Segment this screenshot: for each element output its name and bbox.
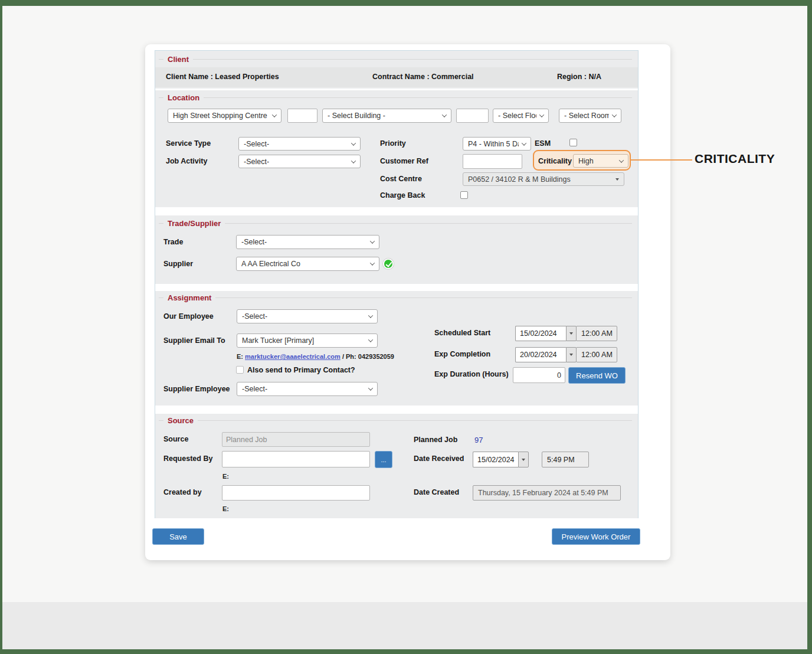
planned-job-number-link[interactable]: 97 bbox=[474, 436, 483, 444]
esm-label: ESM bbox=[535, 139, 551, 148]
frame-border-top bbox=[0, 0, 812, 6]
dropdown-arrow-icon bbox=[615, 178, 619, 181]
priority-label: Priority bbox=[380, 139, 406, 148]
requested-by-input[interactable] bbox=[222, 451, 370, 467]
date-received-picker[interactable]: 15/02/2024 bbox=[473, 452, 529, 467]
email-prefix: E: bbox=[237, 353, 243, 360]
trade-select[interactable]: -Select- bbox=[236, 235, 379, 249]
supplier-valid-check-icon bbox=[383, 259, 394, 269]
supplier-phone-text: / Ph: 0429352059 bbox=[340, 353, 394, 360]
date-received-time-field[interactable]: 5:49 PM bbox=[542, 452, 589, 467]
criticality-label: Criticality bbox=[538, 157, 572, 165]
save-button[interactable]: Save bbox=[152, 528, 204, 545]
service-type-label: Service Type bbox=[166, 139, 211, 148]
created-by-label: Created by bbox=[163, 488, 202, 496]
trade-label: Trade bbox=[163, 238, 183, 246]
trade-supplier-section-title: Trade/Supplier bbox=[168, 219, 221, 228]
dropdown-arrow-icon bbox=[569, 332, 573, 335]
chevron-down-icon bbox=[619, 158, 624, 162]
criticality-callout-text: CRITICALITY bbox=[695, 152, 775, 166]
requested-by-label: Requested By bbox=[163, 454, 212, 463]
cost-centre-select[interactable]: P0652 / 34102 R & M Buildings bbox=[463, 172, 624, 186]
scheduled-start-label: Scheduled Start bbox=[434, 329, 490, 337]
source-section-title: Source bbox=[168, 416, 194, 425]
footer-band: FMI HOW TO USE WORK ORDER CRITICALITY bbox=[0, 602, 812, 649]
exp-completion-time-field[interactable]: 12:00 AM bbox=[576, 347, 617, 362]
building-select[interactable]: - Select Building - bbox=[322, 109, 451, 123]
section-trade-supplier: Trade/Supplier Trade -Select- Supplier A… bbox=[155, 215, 638, 284]
frame-border-right bbox=[807, 0, 812, 654]
calendar-dropdown-button[interactable] bbox=[566, 326, 577, 341]
preview-work-order-button[interactable]: Preview Work Order bbox=[552, 528, 640, 545]
floor-select[interactable]: - Select Floor bbox=[493, 109, 549, 123]
our-employee-label: Our Employee bbox=[163, 312, 214, 321]
building-code-input[interactable] bbox=[456, 109, 489, 123]
customer-ref-label: Customer Ref bbox=[380, 157, 428, 165]
room-select[interactable]: - Select Room bbox=[559, 109, 621, 123]
venue-select[interactable]: High Street Shopping Centre bbox=[168, 109, 281, 123]
cost-centre-label: Cost Centre bbox=[380, 175, 422, 183]
priority-select[interactable]: P4 - Within 5 Da bbox=[463, 137, 531, 151]
source-label: Source bbox=[163, 435, 188, 443]
location-section-title: Location bbox=[168, 93, 199, 102]
work-order-form-panel: Client Client Name : Leased Properties C… bbox=[155, 50, 639, 518]
supplier-select[interactable]: A AA Electrical Co bbox=[236, 257, 379, 271]
charge-back-label: Charge Back bbox=[380, 191, 425, 200]
section-location-header: Location bbox=[159, 93, 632, 102]
section-assignment: Assignment Our Employee -Select- Supplie… bbox=[155, 291, 638, 406]
chevron-down-icon bbox=[370, 238, 375, 243]
chevron-down-icon bbox=[351, 140, 356, 145]
also-send-primary-checkbox[interactable] bbox=[236, 366, 244, 374]
job-activity-label: Job Activity bbox=[166, 157, 207, 165]
dropdown-arrow-icon bbox=[569, 354, 573, 356]
exp-duration-input[interactable] bbox=[513, 367, 565, 383]
client-name-text: Client Name : Leased Properties bbox=[166, 73, 279, 81]
section-assignment-header: Assignment bbox=[159, 293, 632, 302]
page: Client Client Name : Leased Properties C… bbox=[0, 0, 812, 654]
date-received-label: Date Received bbox=[414, 454, 464, 463]
date-created-field: Thursday, 15 February 2024 at 5:49 PM bbox=[473, 485, 621, 501]
resend-wo-button[interactable]: Resend WO bbox=[568, 367, 626, 384]
supplier-email-to-select[interactable]: Mark Tucker [Primary] bbox=[237, 333, 378, 348]
venue-code-input[interactable] bbox=[287, 109, 317, 123]
created-by-email-label: E: bbox=[222, 505, 229, 512]
exp-completion-date-picker[interactable]: 20/02/2024 bbox=[515, 347, 577, 362]
assignment-section-title: Assignment bbox=[168, 293, 211, 302]
chevron-down-icon bbox=[539, 112, 544, 117]
service-type-select[interactable]: -Select- bbox=[238, 137, 361, 151]
section-source-header: Source bbox=[159, 416, 632, 425]
client-summary-row: Client Name : Leased Properties Contract… bbox=[155, 67, 638, 87]
calendar-dropdown-button[interactable] bbox=[518, 452, 529, 467]
customer-ref-input[interactable] bbox=[463, 154, 522, 169]
region-text: Region : N/A bbox=[557, 73, 601, 81]
criticality-callout-highlight: Criticality High bbox=[533, 150, 631, 171]
job-activity-select[interactable]: -Select- bbox=[238, 155, 361, 168]
supplier-employee-label: Supplier Employee bbox=[163, 385, 230, 393]
section-trade-supplier-header: Trade/Supplier bbox=[159, 219, 632, 228]
charge-back-checkbox[interactable] bbox=[460, 191, 468, 199]
supplier-contact-line: E: marktucker@aaaelectrical.com / Ph: 04… bbox=[237, 353, 394, 360]
scheduled-start-time-field[interactable]: 12:00 AM bbox=[576, 326, 617, 341]
supplier-email-to-label: Supplier Email To bbox=[163, 336, 225, 345]
chevron-down-icon bbox=[368, 313, 373, 318]
section-location: Location High Street Shopping Centre - S… bbox=[155, 90, 638, 207]
section-source: Source Source Requested By ... E: Create… bbox=[155, 414, 638, 518]
supplier-email-link[interactable]: marktucker@aaaelectrical.com bbox=[245, 353, 340, 360]
created-by-input[interactable] bbox=[222, 485, 370, 501]
calendar-dropdown-button[interactable] bbox=[566, 347, 577, 362]
section-client: Client Client Name : Leased Properties C… bbox=[155, 51, 638, 89]
source-input bbox=[222, 432, 370, 447]
requested-by-email-label: E: bbox=[222, 473, 229, 480]
criticality-select[interactable]: High bbox=[573, 154, 628, 168]
contract-name-text: Contract Name : Commercial bbox=[372, 73, 474, 81]
requested-by-browse-button[interactable]: ... bbox=[375, 451, 392, 468]
chevron-down-icon bbox=[612, 112, 617, 117]
exp-duration-label: Exp Duration (Hours) bbox=[434, 370, 509, 378]
our-employee-select[interactable]: -Select- bbox=[237, 309, 378, 323]
planned-job-label: Planned Job bbox=[414, 436, 457, 444]
scheduled-start-date-picker[interactable]: 15/02/2024 bbox=[515, 326, 577, 341]
esm-checkbox[interactable] bbox=[569, 139, 577, 146]
supplier-employee-select[interactable]: -Select- bbox=[237, 382, 378, 396]
dropdown-arrow-icon bbox=[522, 459, 525, 461]
date-created-label: Date Created bbox=[414, 488, 459, 496]
